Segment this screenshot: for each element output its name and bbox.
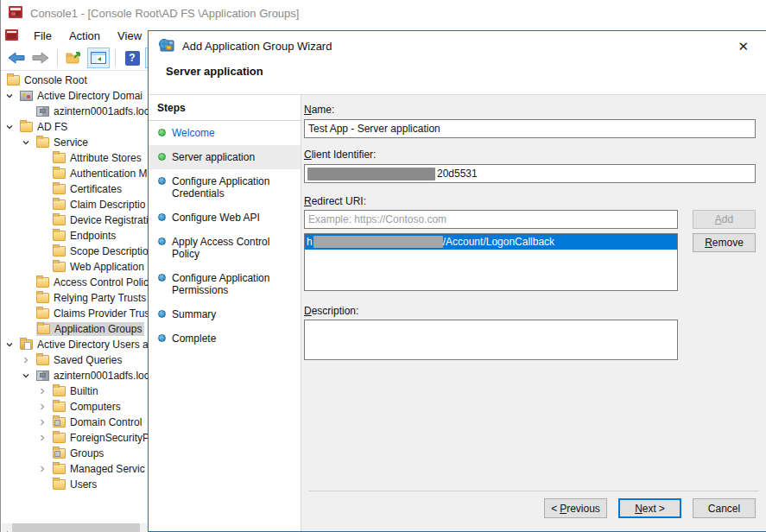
adds-server-icon — [20, 91, 33, 101]
chevron-collapsed-icon[interactable] — [38, 417, 53, 428]
menu-file[interactable]: File — [25, 28, 60, 44]
remove-button[interactable]: Remove — [693, 233, 756, 252]
wizard-footer-buttons: <Previous Next> Cancel — [544, 498, 756, 518]
step-summary: Summary — [149, 302, 301, 326]
redirect-uri-visible-suffix: /Account/LogonCallback — [443, 236, 554, 248]
folder-icon — [53, 215, 66, 225]
folder-icon — [36, 293, 49, 303]
folder-icon — [53, 153, 66, 163]
tree-horizontal-scrollbar[interactable] — [2, 523, 149, 532]
step-bullet-icon — [158, 129, 166, 136]
chevron-collapsed-icon[interactable] — [22, 355, 36, 365]
redaction-box — [307, 168, 435, 180]
name-value: Test App - Server application — [308, 123, 440, 135]
step-configure-web-api: Configure Web API — [149, 206, 301, 230]
step-bullet-icon — [158, 310, 166, 318]
step-bullet-icon — [158, 274, 166, 282]
dialog-titlebar: Add Application Group Wizard ✕ — [149, 31, 766, 60]
chevron-collapsed-icon[interactable] — [38, 433, 53, 443]
redirect-uri-label: Redirect URI: — [304, 195, 756, 207]
name-field[interactable]: Test App - Server application — [304, 119, 756, 138]
redaction-box — [313, 236, 443, 248]
folder-icon — [36, 277, 49, 288]
step-apply-access-control-policy: Apply Access Control Policy — [149, 230, 301, 266]
close-icon[interactable]: ✕ — [732, 38, 754, 54]
chevron-collapsed-icon[interactable] — [38, 386, 53, 396]
window-title: Console1 - [Console Root\AD FS \Applicat… — [30, 7, 299, 20]
folder-icon — [53, 262, 66, 272]
folder-icon — [53, 168, 66, 179]
step-bullet-icon — [158, 213, 166, 221]
folder-icon — [53, 200, 66, 210]
chevron-expanded-icon[interactable] — [5, 122, 20, 132]
step-bullet-icon — [158, 334, 166, 342]
wizard-content-panel: Name: Test App - Server application Clie… — [301, 95, 766, 531]
folder-icon — [7, 75, 20, 86]
folder-icon — [36, 137, 49, 148]
client-identifier-label: Client Identifier: — [304, 149, 756, 161]
steps-header: Steps — [149, 95, 301, 121]
step-server-application: Server application — [149, 145, 301, 169]
name-label: Name: — [304, 104, 756, 116]
folder-icon — [53, 246, 66, 256]
redirect-uri-list-item[interactable]: h /Account/LogonCallback — [305, 234, 677, 250]
step-welcome: Welcome — [149, 121, 301, 145]
window-titlebar: Console1 - [Console Root\AD FS \Applicat… — [1, 0, 766, 26]
folder-icon — [53, 402, 66, 412]
redirect-uri-listbox[interactable]: h /Account/LogonCallback — [304, 233, 678, 291]
chevron-expanded-icon[interactable] — [5, 91, 20, 101]
chevron-expanded-icon[interactable] — [22, 370, 36, 381]
step-bullet-icon — [158, 238, 166, 245]
chevron-collapsed-icon[interactable] — [38, 402, 53, 412]
redirect-uri-placeholder: Example: https://Contoso.com — [308, 213, 446, 225]
wizard-icon — [158, 38, 174, 54]
step-bullet-icon — [158, 153, 166, 161]
step-configure-application-credentials: Configure Application Credentials — [149, 169, 301, 206]
folder-icon — [53, 464, 66, 474]
add-button[interactable]: Add — [693, 210, 756, 229]
folder-icon — [53, 386, 66, 396]
wizard-steps-panel: Steps Welcome Server application Configu… — [149, 95, 301, 531]
aduc-folder-icon — [20, 339, 33, 350]
ou-folder-icon — [53, 417, 66, 428]
step-complete: Complete — [149, 326, 301, 351]
folder-icon — [36, 308, 49, 319]
description-textarea[interactable] — [304, 320, 678, 360]
scrollbar-thumb[interactable] — [12, 523, 140, 532]
cancel-button[interactable]: Cancel — [693, 498, 756, 518]
step-configure-application-permissions: Configure Application Permissions — [149, 266, 301, 302]
scroll-left-arrow-icon[interactable] — [3, 525, 9, 532]
folder-icon — [37, 324, 50, 334]
child-window-icon — [5, 29, 18, 43]
chevron-expanded-icon[interactable] — [22, 137, 36, 148]
chevron-collapsed-icon[interactable] — [38, 464, 53, 474]
dialog-title: Add Application Group Wizard — [182, 40, 332, 53]
previous-button[interactable]: <Previous — [544, 498, 607, 518]
toolbar-separator — [115, 49, 116, 66]
client-identifier-visible-value: 20d5531 — [437, 168, 478, 180]
selected-tree-item-highlight: Application Groups — [36, 322, 144, 336]
help-icon[interactable]: ? — [121, 48, 143, 68]
chevron-expanded-icon[interactable] — [5, 339, 20, 350]
menu-view[interactable]: View — [109, 28, 150, 44]
mmc-console-window: Console1 - [Console Root\AD FS \Applicat… — [0, 0, 766, 532]
folder-icon — [20, 122, 33, 132]
mmc-app-icon — [9, 6, 22, 21]
back-icon[interactable] — [5, 48, 28, 68]
show-console-tree-icon[interactable] — [87, 48, 110, 68]
next-button[interactable]: Next> — [618, 498, 681, 518]
folder-icon — [53, 433, 66, 443]
forward-icon[interactable] — [29, 48, 52, 68]
client-identifier-field[interactable]: 20d5531 — [304, 164, 756, 183]
description-label: Description: — [304, 305, 756, 317]
menu-action[interactable]: Action — [60, 28, 109, 44]
domain-icon — [36, 370, 49, 381]
add-application-group-wizard-dialog: Add Application Group Wizard ✕ Server ap… — [148, 30, 766, 532]
ou-folder-icon — [53, 448, 66, 459]
redirect-uri-input[interactable]: Example: https://Contoso.com — [304, 210, 678, 229]
domain-icon — [36, 106, 49, 117]
redirect-uri-visible-prefix: h — [307, 236, 313, 248]
folder-icon — [53, 184, 66, 194]
export-list-icon[interactable] — [63, 48, 85, 68]
folder-icon — [36, 355, 49, 365]
